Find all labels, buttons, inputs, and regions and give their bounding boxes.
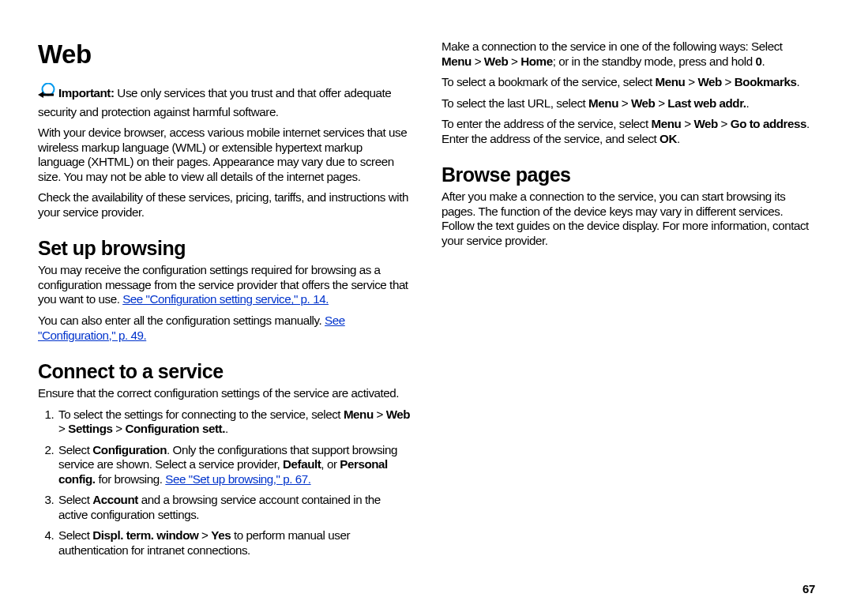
link-config-setting-service[interactable]: See "Configuration setting service," p. … [122, 292, 329, 306]
svg-point-0 [43, 84, 54, 96]
connect-after4: To enter the address of the service, sel… [442, 117, 815, 146]
page-title: Web [38, 39, 411, 69]
important-icon [38, 83, 57, 104]
intro-p2: With your device browser, access various… [38, 126, 411, 184]
svg-rect-2 [43, 94, 54, 96]
heading-setup-browsing: Set up browsing [38, 237, 411, 260]
list-item: Select Account and a browsing service ac… [57, 493, 411, 522]
intro-p3: Check the availability of these services… [38, 190, 411, 220]
heading-connect-service: Connect to a service [38, 360, 411, 383]
page-number: 67 [802, 582, 815, 595]
heading-browse-pages: Browse pages [442, 163, 815, 186]
svg-marker-1 [38, 92, 43, 98]
content-columns: Web Important: Use only services that yo… [38, 39, 815, 561]
important-label: Important: [58, 86, 115, 100]
connect-after2: To select a bookmark of the service, sel… [442, 75, 815, 90]
setup-p2: You can also enter all the configuration… [38, 314, 411, 343]
list-item: Select Displ. term. window > Yes to perf… [57, 528, 411, 558]
browse-p1: After you make a connection to the servi… [442, 190, 815, 248]
important-paragraph: Important: Use only services that you tr… [38, 84, 411, 119]
setup-p1: You may receive the configuration settin… [38, 263, 411, 307]
link-setup-browsing[interactable]: See "Set up browsing," p. 67. [165, 472, 310, 486]
list-item: Select Configuration. Only the configura… [57, 443, 411, 487]
list-item: To select the settings for connecting to… [57, 408, 411, 437]
connect-after3: To select the last URL, select Menu > We… [442, 96, 815, 111]
manual-page: Web Important: Use only services that yo… [0, 0, 853, 616]
connect-after1: Make a connection to the service in one … [442, 39, 815, 69]
connect-p1: Ensure that the correct configuration se… [38, 386, 411, 401]
connect-steps: To select the settings for connecting to… [38, 408, 411, 558]
